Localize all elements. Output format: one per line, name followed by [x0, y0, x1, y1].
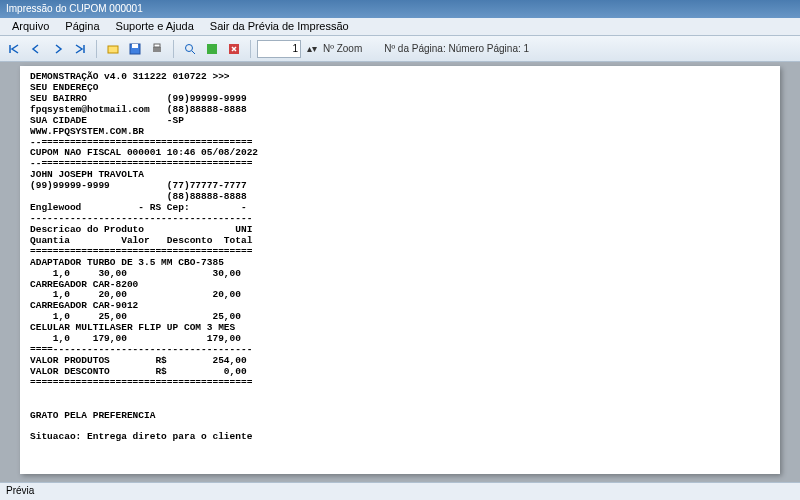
- last-page-icon[interactable]: [70, 39, 90, 59]
- window-titlebar: Impressão do CUPOM 000001: [0, 0, 800, 18]
- zoom-icon[interactable]: [180, 39, 200, 59]
- menu-sair[interactable]: Sair da Prévia de Impressão: [202, 18, 357, 35]
- zoom-label: Nº Zoom: [323, 43, 362, 54]
- status-text: Prévia: [6, 485, 34, 496]
- preview-area: DEMONSTRAÇÃO v4.0 311222 010722 >>> SEU …: [0, 62, 800, 482]
- svg-point-5: [186, 44, 193, 51]
- menubar: Arquivo Página Suporte e Ajuda Sair da P…: [0, 18, 800, 36]
- first-page-icon[interactable]: [4, 39, 24, 59]
- menu-pagina[interactable]: Página: [57, 18, 107, 35]
- save-icon[interactable]: [125, 39, 145, 59]
- toolbar: ▴▾ Nº Zoom Nº da Página: Número Página: …: [0, 36, 800, 62]
- toolbar-separator: [173, 40, 174, 58]
- svg-rect-6: [207, 44, 217, 54]
- zoom-spinner-icon[interactable]: ▴▾: [307, 43, 317, 54]
- svg-rect-3: [153, 47, 161, 52]
- svg-rect-0: [108, 46, 118, 53]
- svg-rect-4: [154, 44, 160, 47]
- menu-arquivo[interactable]: Arquivo: [4, 18, 57, 35]
- statusbar: Prévia: [0, 482, 800, 500]
- print-icon[interactable]: [147, 39, 167, 59]
- zoom-input[interactable]: [257, 40, 301, 58]
- svg-rect-2: [132, 44, 138, 48]
- prev-page-icon[interactable]: [26, 39, 46, 59]
- open-icon[interactable]: [103, 39, 123, 59]
- close-icon[interactable]: [224, 39, 244, 59]
- menu-suporte[interactable]: Suporte e Ajuda: [108, 18, 202, 35]
- toolbar-separator: [250, 40, 251, 58]
- window-title: Impressão do CUPOM 000001: [6, 3, 143, 14]
- receipt-page: DEMONSTRAÇÃO v4.0 311222 010722 >>> SEU …: [20, 66, 780, 474]
- page-label: Nº da Página: Número Página: 1: [384, 43, 529, 54]
- toolbar-separator: [96, 40, 97, 58]
- tool-green-icon[interactable]: [202, 39, 222, 59]
- next-page-icon[interactable]: [48, 39, 68, 59]
